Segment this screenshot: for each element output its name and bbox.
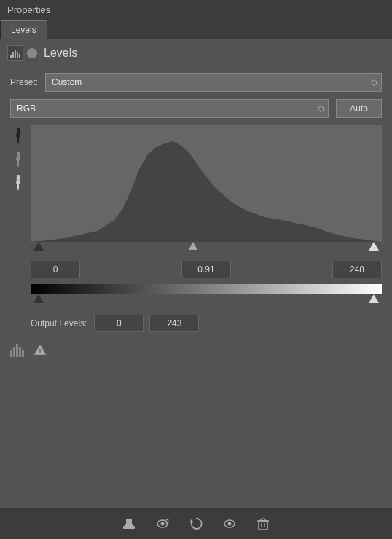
svg-text:!: ! <box>39 347 42 355</box>
svg-rect-19 <box>10 350 12 357</box>
reset-icon[interactable] <box>187 514 205 533</box>
black-point-eyedropper[interactable] <box>10 128 26 144</box>
svg-rect-3 <box>17 52 18 58</box>
output-white-slider[interactable] <box>369 294 379 303</box>
svg-marker-31 <box>165 522 169 524</box>
preset-select-wrapper: Custom ⬡ <box>45 73 382 92</box>
svg-rect-0 <box>10 55 12 58</box>
circle-icon <box>26 47 38 59</box>
output-gradient <box>31 284 382 294</box>
channel-row: RGB Red Green Blue ⬡ Auto <box>10 99 382 118</box>
midtone-input[interactable] <box>181 261 231 278</box>
black-point-input[interactable] <box>31 261 80 278</box>
eyedropper-column <box>10 125 26 191</box>
svg-rect-22 <box>19 347 21 357</box>
white-point-eyedropper[interactable] <box>10 175 26 191</box>
midtone-slider[interactable] <box>189 242 197 250</box>
svg-marker-16 <box>17 189 19 191</box>
adjustment-icons <box>7 45 38 61</box>
title-row: Levels <box>0 39 392 67</box>
warning-row: ! <box>10 342 382 358</box>
input-values-row <box>31 261 382 278</box>
svg-rect-28 <box>123 526 135 529</box>
svg-marker-12 <box>17 165 19 168</box>
preset-row: Preset: Custom ⬡ <box>10 73 382 92</box>
svg-point-34 <box>228 522 232 526</box>
levels-title: Levels <box>44 47 77 60</box>
output-values <box>94 315 199 332</box>
grey-point-eyedropper[interactable] <box>10 152 26 168</box>
output-black-input[interactable] <box>94 315 144 332</box>
panel-title: Properties <box>7 4 50 15</box>
svg-rect-37 <box>261 519 265 521</box>
histogram-icon <box>7 45 23 61</box>
svg-rect-7 <box>17 137 19 143</box>
svg-rect-4 <box>19 54 20 58</box>
svg-point-30 <box>161 522 165 526</box>
tab-levels[interactable]: Levels <box>0 20 47 39</box>
preset-select[interactable]: Custom <box>45 73 382 92</box>
panel-content: Preset: Custom ⬡ RGB Red Green Blue ⬡ Au… <box>0 67 392 508</box>
svg-rect-21 <box>16 344 18 357</box>
output-slider-track <box>31 294 382 309</box>
warning-triangle-icon: ! <box>34 344 47 358</box>
channel-select[interactable]: RGB Red Green Blue <box>10 99 329 118</box>
svg-rect-26 <box>125 524 133 526</box>
histogram-display <box>31 125 382 242</box>
svg-rect-2 <box>15 50 16 58</box>
svg-rect-1 <box>12 52 14 58</box>
white-point-slider[interactable] <box>369 242 379 251</box>
stamp-icon[interactable] <box>119 514 138 533</box>
preset-label: Preset: <box>10 77 38 87</box>
auto-button[interactable]: Auto <box>336 99 382 118</box>
svg-rect-11 <box>17 160 19 166</box>
properties-panel: Properties Levels Levels <box>0 0 392 539</box>
eye-rotate-icon[interactable] <box>153 514 172 533</box>
panel-header: Properties <box>0 0 392 20</box>
svg-marker-32 <box>190 519 194 523</box>
histogram-right: Output Levels: <box>31 125 382 332</box>
svg-rect-20 <box>13 347 15 357</box>
svg-rect-23 <box>22 350 24 357</box>
bottom-toolbar <box>0 508 392 539</box>
tab-row: Levels <box>0 20 392 39</box>
output-levels-label: Output Levels: <box>31 318 87 328</box>
output-black-slider[interactable] <box>34 294 44 303</box>
svg-rect-27 <box>126 519 132 524</box>
histogram-section: Output Levels: <box>10 125 382 332</box>
delete-icon[interactable] <box>254 514 273 533</box>
svg-rect-9 <box>17 152 20 157</box>
input-slider-track <box>31 242 382 256</box>
histogram-warning-icon[interactable] <box>10 342 29 358</box>
channel-select-wrapper: RGB Red Green Blue ⬡ <box>10 99 329 118</box>
svg-rect-15 <box>17 184 19 189</box>
output-levels-row: Output Levels: <box>31 315 382 332</box>
svg-marker-8 <box>17 142 19 144</box>
black-point-slider[interactable] <box>34 242 44 251</box>
output-white-input[interactable] <box>149 315 199 332</box>
svg-rect-5 <box>17 128 20 134</box>
visibility-icon[interactable] <box>220 514 239 533</box>
svg-rect-35 <box>259 521 267 530</box>
white-point-input[interactable] <box>332 261 382 278</box>
